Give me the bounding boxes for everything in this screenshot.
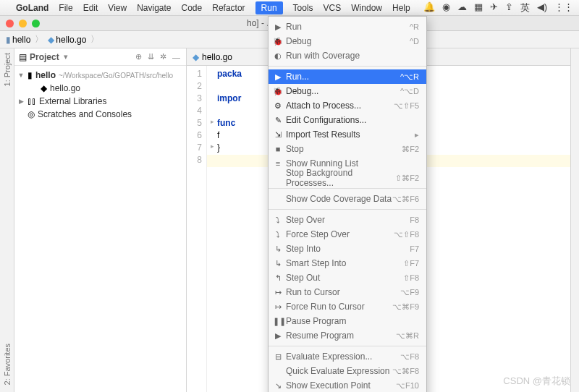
menu-item-stop: ■ Stop ⌘F2 xyxy=(269,142,426,156)
minimize-window-icon[interactable] xyxy=(19,20,27,27)
tree-row[interactable]: ▶ ⫿⫿ External Libraries xyxy=(14,95,186,108)
menu-item-icon: ⚙ xyxy=(273,101,283,111)
menu-item-label: Smart Step Into xyxy=(286,258,346,268)
wifi-icon[interactable]: ⋮⋮ xyxy=(554,1,573,14)
menu-item-label: Run xyxy=(286,22,302,32)
breadcrumb-hello[interactable]: ▮ hello xyxy=(6,35,30,45)
menu-item-pause-program: ❚❚ Pause Program xyxy=(269,314,426,328)
left-tool-stripe: 1: Project 2: Favorites xyxy=(0,48,14,392)
code-line[interactable]: f xyxy=(217,130,242,142)
fold-toggle-icon[interactable] xyxy=(207,106,217,118)
tree-row[interactable]: ◆ hello.go xyxy=(14,82,186,95)
fold-toggle-icon[interactable]: ▸ xyxy=(207,118,217,130)
menu-refactor[interactable]: Refactor xyxy=(212,3,245,13)
line-number: 5 xyxy=(187,118,206,130)
hide-panel-icon[interactable]: — xyxy=(171,53,182,61)
close-window-icon[interactable] xyxy=(6,20,14,27)
menu-item-icon: ↳ xyxy=(273,244,283,254)
code-line[interactable]: } xyxy=(217,142,242,155)
editor-tab[interactable]: hello.go xyxy=(202,52,232,62)
line-number: 2 xyxy=(187,81,206,93)
tool-favorites-tab[interactable]: 2: Favorites xyxy=(3,344,12,385)
wechat-icon[interactable]: ☁ xyxy=(457,1,467,14)
menu-item-show-code-coverage-data: Show Code Coverage Data ⌥⌘F6 xyxy=(269,192,426,206)
zoom-window-icon[interactable] xyxy=(32,20,40,27)
fold-toggle-icon[interactable] xyxy=(207,155,217,167)
expand-arrow-icon[interactable]: ▶ xyxy=(17,98,25,105)
menubar-status-icons: 🔔 ◉ ☁ ▦ ✈ ⇪ 英 ◀) ⋮⋮ xyxy=(423,1,573,14)
code-line[interactable]: impor xyxy=(217,93,242,106)
bell-icon[interactable]: 🔔 xyxy=(423,1,435,14)
menu-item-label: Stop xyxy=(286,144,304,154)
menu-item-icon: ✎ xyxy=(273,116,283,125)
plane-icon[interactable]: ✈ xyxy=(490,1,498,14)
menu-item-label: Show Execution Point xyxy=(286,380,371,391)
menu-edit[interactable]: Edit xyxy=(83,3,98,13)
code-content[interactable]: packa impor func f} xyxy=(217,66,242,392)
menu-help[interactable]: Help xyxy=(392,3,410,13)
user-icon[interactable]: ◉ xyxy=(442,1,450,14)
grid-icon[interactable]: ▦ xyxy=(474,1,483,14)
tree-row[interactable]: ▼ ▮ hello ~/Workspace/Go/GOPATH/src/hell… xyxy=(14,69,186,82)
fold-toggle-icon[interactable] xyxy=(207,130,217,142)
menu-vcs[interactable]: VCS xyxy=(324,3,342,13)
menu-window[interactable]: Window xyxy=(351,3,382,13)
line-number: 6 xyxy=(187,130,206,142)
menu-item-resume-program: ▶ Resume Program ⌥⌘R xyxy=(269,328,426,343)
submenu-arrow-icon: ▸ xyxy=(415,130,419,140)
target-icon[interactable]: ⊕ xyxy=(134,52,143,61)
expand-arrow-icon[interactable]: ▼ xyxy=(17,72,25,79)
menu-item-force-run-to-cursor: ↦ Force Run to Cursor ⌥⌘F9 xyxy=(269,299,426,314)
menu-item-label: Force Step Over xyxy=(286,229,350,239)
menu-code[interactable]: Code xyxy=(182,3,203,13)
gear-icon[interactable]: ✲ xyxy=(159,52,168,61)
menu-item-icon: ▶ xyxy=(273,72,283,82)
menu-item-run[interactable]: ▶ Run... ^⌥R xyxy=(269,69,426,84)
right-tool-stripe xyxy=(570,48,579,392)
fold-toggle-icon[interactable] xyxy=(207,69,217,81)
breadcrumb-file[interactable]: ◆ hello.go xyxy=(48,35,86,45)
dropdown-icon[interactable]: ▾ xyxy=(62,52,69,61)
up-icon[interactable]: ⇪ xyxy=(505,1,513,14)
menu-tools[interactable]: Tools xyxy=(293,3,313,13)
menu-item-edit-configurations[interactable]: ✎ Edit Configurations... xyxy=(269,113,426,127)
menu-item-debug[interactable]: 🐞 Debug... ^⌥D xyxy=(269,84,426,98)
menu-item-force-step-over: ⤵ Force Step Over ⌥⇧F8 xyxy=(269,227,426,242)
menu-navigate[interactable]: Navigate xyxy=(137,3,171,13)
menu-item-shortcut: ⌥F10 xyxy=(396,381,419,391)
tool-project-tab[interactable]: 1: Project xyxy=(3,53,12,86)
menu-item-run: ▶ Run ^R xyxy=(269,20,426,34)
fold-toggle-icon[interactable] xyxy=(207,93,217,106)
menu-item-shortcut: ⌥F9 xyxy=(400,288,419,297)
menu-item-shortcut: ⌥⇧F5 xyxy=(394,101,419,111)
kanji-icon[interactable]: 英 xyxy=(520,1,530,14)
code-line[interactable]: packa xyxy=(217,69,242,81)
menu-item-attach-to-process[interactable]: ⚙ Attach to Process... ⌥⇧F5 xyxy=(269,98,426,113)
menu-item-label: Show Running List xyxy=(286,158,358,169)
menu-item-label: Run... xyxy=(286,72,309,82)
collapse-icon[interactable]: ⇊ xyxy=(146,52,156,61)
code-line[interactable]: func xyxy=(217,118,242,130)
code-line[interactable] xyxy=(217,81,242,93)
folder-icon: ▮ xyxy=(6,35,11,45)
go-file-icon: ◆ xyxy=(193,52,199,62)
menu-separator xyxy=(269,188,426,189)
menu-run[interactable]: Run xyxy=(255,1,283,14)
tree-row[interactable]: ◎ Scratches and Consoles xyxy=(14,108,186,121)
menu-item-import-test-results[interactable]: ⇲ Import Test Results ▸ xyxy=(269,127,426,142)
menu-item-shortcut: ^D xyxy=(410,37,419,46)
code-line[interactable] xyxy=(217,106,242,118)
chevron-right-icon: 〉 xyxy=(90,33,99,46)
project-panel-title[interactable]: Project xyxy=(30,52,59,62)
menu-file[interactable]: File xyxy=(59,3,72,13)
menu-item-icon: ■ xyxy=(273,145,283,153)
line-number-gutter: 12345678 xyxy=(187,66,207,392)
volume-icon[interactable]: ◀) xyxy=(537,1,547,14)
tree-node-label: hello.go xyxy=(50,83,80,93)
fold-toggle-icon[interactable] xyxy=(207,81,217,93)
menu-app[interactable]: GoLand xyxy=(16,3,48,13)
menu-item-shortcut: ^R xyxy=(410,22,419,31)
fold-toggle-icon[interactable]: ▸ xyxy=(207,142,217,155)
menu-view[interactable]: View xyxy=(108,3,127,13)
code-line[interactable] xyxy=(217,155,242,167)
